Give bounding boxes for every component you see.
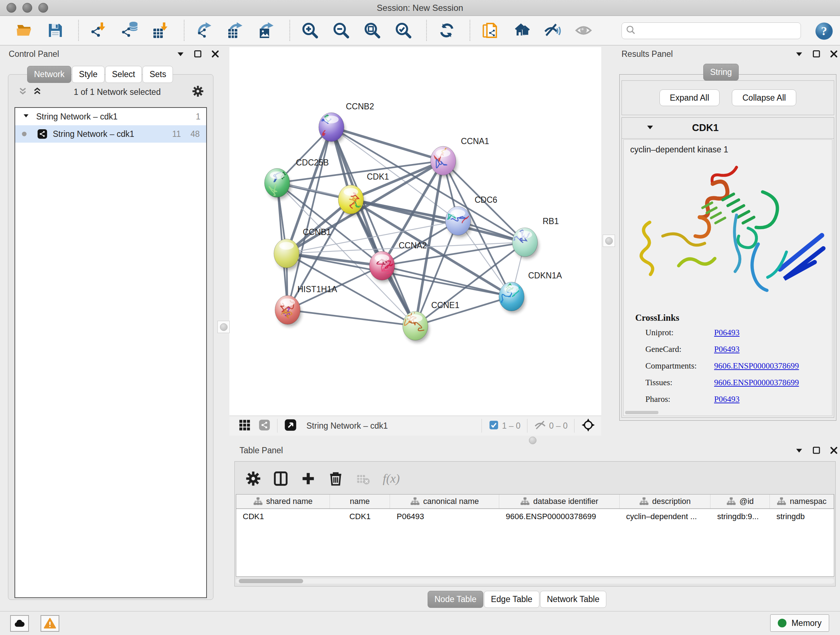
table-panel-float-icon[interactable] [812, 446, 821, 456]
export-network-icon[interactable] [194, 20, 215, 41]
node-CCNA2[interactable]: CCNA2 [369, 241, 427, 282]
crosslink-link[interactable]: 9606.ENSP00000378699 [714, 361, 799, 371]
node-label: CDC6 [475, 195, 497, 204]
node-RB1[interactable]: RB1 [508, 217, 559, 259]
birdseye-view-icon[interactable] [284, 418, 297, 433]
share-document-icon[interactable] [480, 20, 501, 41]
cloud-button[interactable] [10, 615, 29, 632]
node-HIST1H1A[interactable]: HIST1H1A [275, 285, 338, 326]
column-header-canonical-name[interactable]: canonical name [390, 494, 499, 508]
grid-view-icon[interactable] [238, 418, 251, 433]
node-CDKN1A[interactable]: CDKN1A [499, 271, 562, 313]
export-table-icon[interactable] [225, 20, 246, 41]
hierarchy-icon [253, 497, 263, 506]
node-CCNA1[interactable]: CCNA1 [431, 136, 489, 177]
horizontal-splitter-handle[interactable] [529, 437, 537, 444]
expand-all-icon[interactable] [32, 86, 43, 98]
network-canvas[interactable]: CCNB2 CCNA1 CDC25B CDK1 CDC6 [229, 47, 601, 416]
zoom-in-icon[interactable] [300, 20, 321, 41]
table-cell: cyclin–dependent ... [620, 509, 711, 524]
zoom-out-icon[interactable] [331, 20, 352, 41]
control-panel-collapse-icon[interactable] [176, 49, 185, 60]
network-collection-row[interactable]: String Network – cdk1 1 [15, 108, 206, 125]
expand-all-button[interactable]: Expand All [660, 89, 720, 106]
hierarchy-icon [639, 497, 649, 506]
tab-edge-table[interactable]: Edge Table [484, 591, 539, 608]
collapse-gene-icon[interactable] [646, 123, 654, 133]
import-table-icon[interactable] [150, 20, 172, 41]
results-panel-float-icon[interactable] [812, 49, 821, 60]
svg-text:?: ? [821, 24, 827, 38]
import-database-icon[interactable] [119, 20, 141, 41]
results-panel-collapse-icon[interactable] [794, 49, 804, 60]
search-input[interactable] [636, 26, 801, 35]
delete-column-icon[interactable] [325, 469, 346, 489]
string-home-icon[interactable] [511, 20, 532, 41]
show-columns-icon[interactable] [271, 469, 291, 489]
tab-sets[interactable]: Sets [142, 66, 173, 83]
gray-eye-icon[interactable] [573, 20, 594, 41]
tab-network-table[interactable]: Network Table [540, 591, 606, 608]
tab-select[interactable]: Select [105, 66, 142, 83]
column-header-name[interactable]: name [330, 494, 390, 508]
table-hscrollbar-thumb[interactable] [239, 579, 303, 583]
crosslink-link[interactable]: P06493 [714, 328, 739, 337]
column-label: description [652, 497, 691, 506]
crosslink-link[interactable]: 9606.ENSP00000378699 [714, 378, 799, 387]
results-scrollbar-thumb[interactable] [625, 411, 658, 414]
save-icon[interactable] [45, 20, 66, 41]
tab-string[interactable]: String [703, 64, 739, 81]
node-label: RB1 [543, 217, 559, 226]
collapse-all-button[interactable]: Collapse All [732, 89, 796, 106]
current-network-dot-icon [21, 131, 27, 137]
control-panel-close-icon[interactable] [210, 49, 220, 60]
open-folder-icon[interactable] [14, 20, 35, 41]
table-panel-collapse-icon[interactable] [794, 446, 804, 456]
crosslink-link[interactable]: P06493 [714, 345, 739, 354]
tab-style[interactable]: Style [72, 66, 104, 83]
zoom-selected-icon[interactable] [393, 20, 414, 41]
table-options-gear-icon[interactable] [243, 469, 264, 489]
memory-button[interactable]: Memory [770, 614, 829, 632]
table-row[interactable]: CDK1CDK1P064939606.ENSP00000378699cyclin… [236, 509, 834, 524]
results-panel-close-icon[interactable] [829, 49, 838, 60]
column-header-namespac[interactable]: namespac [770, 494, 834, 508]
column-header-shared-name[interactable]: shared name [236, 494, 330, 508]
column-label: shared name [266, 497, 313, 506]
export-image-icon[interactable] [256, 20, 277, 41]
crosslink-link[interactable]: P06493 [714, 394, 739, 404]
network-options-gear-icon[interactable] [192, 85, 204, 99]
refresh-icon[interactable] [436, 20, 457, 41]
column-header-database-identifier[interactable]: database identifier [499, 494, 620, 508]
left-splitter-handle[interactable] [218, 321, 230, 333]
tab-network[interactable]: Network [27, 66, 71, 83]
expand-collection-icon[interactable] [22, 112, 30, 122]
fit-selected-crosshair-icon[interactable] [581, 418, 595, 434]
table-panel-close-icon[interactable] [829, 446, 838, 456]
search-box [622, 22, 801, 39]
column-header-description[interactable]: description [620, 494, 711, 508]
crosslink-row: Tissues:9606.ENSP00000378699 [645, 378, 673, 387]
warnings-button[interactable] [41, 615, 59, 632]
help-button[interactable]: ? [815, 22, 834, 41]
node-label: CCNB2 [346, 102, 374, 111]
right-splitter-handle[interactable] [603, 234, 615, 247]
add-column-icon[interactable] [298, 469, 318, 489]
string-share-icon[interactable] [258, 419, 271, 432]
collapse-all-icon[interactable] [17, 86, 28, 98]
hidden-nodes-eye-icon[interactable] [534, 419, 546, 432]
window-title: Session: New Session [0, 3, 840, 13]
network-row[interactable]: String Network – cdk1 11 48 [15, 125, 206, 143]
hierarchy-icon [726, 497, 736, 506]
selected-nodes-checkbox-icon[interactable] [488, 420, 499, 432]
table-hscrollbar[interactable] [236, 578, 834, 584]
node-label: CDK1 [367, 172, 389, 181]
network-view-title: String Network – cdk1 [306, 421, 388, 431]
gene-name: CDK1 [692, 122, 719, 134]
hide-eye-icon[interactable] [542, 20, 563, 41]
control-panel-float-icon[interactable] [193, 49, 202, 60]
column-header-@id[interactable]: @id [711, 494, 770, 508]
zoom-fit-icon[interactable] [362, 20, 383, 41]
import-network-icon[interactable] [88, 20, 109, 41]
tab-node-table[interactable]: Node Table [428, 591, 483, 608]
